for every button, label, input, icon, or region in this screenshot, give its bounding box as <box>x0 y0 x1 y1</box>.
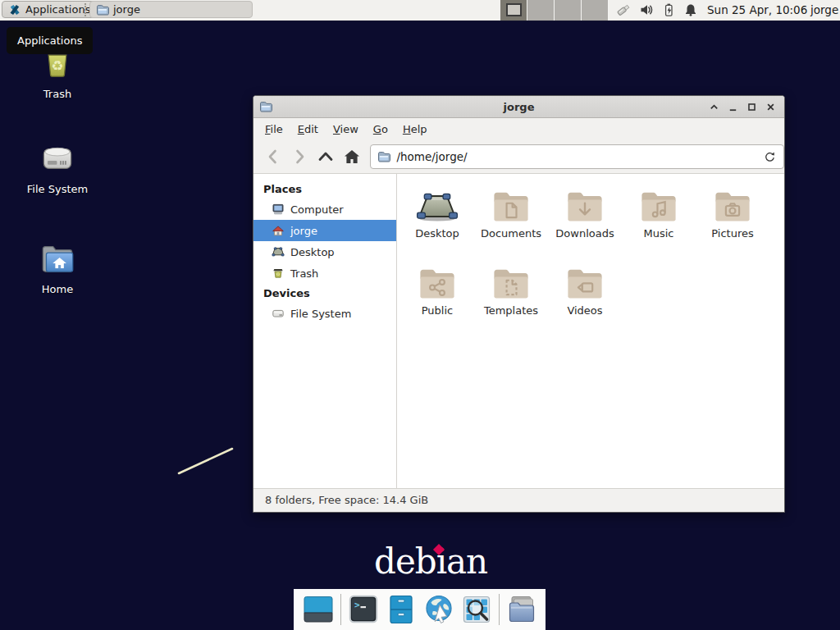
menu-help[interactable]: Help <box>395 123 435 135</box>
file-item-label: Music <box>644 227 674 240</box>
forward-button[interactable] <box>287 144 312 169</box>
folder-videos-icon <box>564 265 606 301</box>
file-manager-window: jorge File Edit View Go Help <box>253 95 785 513</box>
desktop-icon-file-system[interactable]: File System <box>12 139 103 195</box>
svg-text:>: > <box>354 600 360 610</box>
panel-user-menu[interactable]: jorge <box>810 0 838 21</box>
reload-icon[interactable] <box>762 149 777 164</box>
sidebar-item-label: jorge <box>290 225 317 237</box>
terminal-launcher[interactable]: > <box>348 594 379 625</box>
web-browser-launcher[interactable] <box>423 594 454 625</box>
statusbar: 8 folders, Free space: 14.4 GiB <box>253 488 784 512</box>
shade-button[interactable] <box>708 101 720 113</box>
svg-text:♻: ♻ <box>52 58 64 74</box>
file-item-label: Templates <box>484 304 538 317</box>
chevron-left-icon <box>263 147 283 167</box>
sidebar: Places Computer jorge <box>253 174 397 488</box>
back-button[interactable] <box>261 144 285 169</box>
file-item-label: Public <box>422 304 453 317</box>
workspace-2[interactable] <box>527 0 555 21</box>
audio-volume-icon[interactable] <box>639 2 654 17</box>
file-item-templates[interactable]: Templates <box>474 265 548 342</box>
workspace-3[interactable] <box>555 0 582 21</box>
removable-media-icon[interactable] <box>616 2 631 17</box>
file-item-music[interactable]: Music <box>622 188 696 265</box>
up-button[interactable] <box>313 144 338 169</box>
file-item-public[interactable]: Public <box>400 265 474 342</box>
terminal-icon: > <box>348 594 379 625</box>
sidebar-item-label: File System <box>290 308 351 320</box>
applications-menu-button[interactable]: Applications <box>2 1 97 18</box>
path-text[interactable]: /home/jorge/ <box>396 150 762 163</box>
home-folder-icon <box>37 240 78 279</box>
sidebar-item-jorge[interactable]: jorge <box>253 220 396 241</box>
dock-separator <box>340 594 341 625</box>
sidebar-header-devices: Devices <box>253 284 396 303</box>
folder-pictures-icon <box>711 188 754 224</box>
maximize-button[interactable] <box>746 101 758 113</box>
desktop-artifact-line <box>176 443 238 479</box>
minimize-button[interactable] <box>727 101 739 113</box>
home-icon <box>342 147 362 167</box>
file-manager-launcher[interactable] <box>386 594 417 625</box>
folder-icon <box>96 3 109 16</box>
file-item-label: Desktop <box>415 227 459 240</box>
file-item-videos[interactable]: Videos <box>548 265 622 342</box>
svg-text:♻: ♻ <box>276 272 281 276</box>
window-titlebar[interactable]: jorge <box>253 96 784 118</box>
desktop-icon-label: Trash <box>43 88 71 100</box>
directory-menu-button[interactable] <box>506 594 537 625</box>
sidebar-item-label: Computer <box>290 203 344 216</box>
file-item-documents[interactable]: Documents <box>474 188 548 265</box>
panel-clock[interactable]: Sun 25 Apr, 10:06 <box>707 0 807 21</box>
menubar: File Edit View Go Help <box>253 118 784 139</box>
file-item-label: Pictures <box>711 227 753 240</box>
hard-disk-icon <box>272 307 285 320</box>
sidebar-header-places: Places <box>253 180 396 199</box>
menu-file[interactable]: File <box>258 123 290 135</box>
sidebar-item-trash[interactable]: ♻ Trash <box>253 262 396 284</box>
show-desktop-button[interactable] <box>303 594 334 625</box>
file-item-label: Videos <box>567 304 602 317</box>
show-desktop-icon <box>303 594 334 625</box>
sidebar-item-desktop[interactable]: Desktop <box>253 241 396 262</box>
taskbar-window-button[interactable]: jorge <box>89 1 253 18</box>
file-item-desktop[interactable]: Desktop <box>400 188 474 265</box>
file-item-downloads[interactable]: Downloads <box>548 188 622 265</box>
desktop-icon-home[interactable]: Home <box>12 240 103 295</box>
notification-bell-icon[interactable] <box>683 2 698 17</box>
home-button[interactable] <box>340 144 364 169</box>
top-panel: Applications jorge Sun 25 Apr, 1 <box>0 0 840 21</box>
app-finder-launcher[interactable] <box>461 594 492 625</box>
battery-charging-icon[interactable] <box>661 2 676 17</box>
applications-tooltip: Applications <box>7 27 93 54</box>
trash-icon: ♻ <box>272 267 285 280</box>
folder-publicshare-icon <box>416 265 459 301</box>
workspace-pager <box>500 0 609 21</box>
sidebar-item-computer[interactable]: Computer <box>253 199 396 220</box>
app-finder-icon <box>461 594 492 625</box>
dock-panel: > <box>294 589 546 630</box>
user-home-icon <box>272 224 285 237</box>
close-button[interactable] <box>765 101 777 113</box>
workspace-4[interactable] <box>582 0 609 21</box>
debian-wordmark-text: debian <box>374 541 487 582</box>
file-view: Desktop Documents Downloads <box>397 174 784 488</box>
file-item-pictures[interactable]: Pictures <box>696 188 769 265</box>
sidebar-item-file-system[interactable]: File System <box>253 303 396 324</box>
workspace-1[interactable] <box>500 0 527 21</box>
dock-separator <box>499 594 500 625</box>
workspace-window-preview <box>506 3 522 16</box>
menu-go[interactable]: Go <box>366 123 395 135</box>
taskbar-window-label: jorge <box>113 3 140 16</box>
desktop-icon-label: Home <box>42 283 73 295</box>
folder-templates-icon <box>490 265 532 301</box>
folder-music-icon <box>637 188 680 224</box>
menu-edit[interactable]: Edit <box>290 123 326 135</box>
location-bar[interactable]: /home/jorge/ <box>370 144 784 169</box>
menu-view[interactable]: View <box>326 123 366 135</box>
chevron-up-icon <box>316 147 336 167</box>
sidebar-item-label: Desktop <box>290 246 335 258</box>
file-item-label: Downloads <box>555 227 614 240</box>
folder-documents-icon <box>490 188 532 224</box>
